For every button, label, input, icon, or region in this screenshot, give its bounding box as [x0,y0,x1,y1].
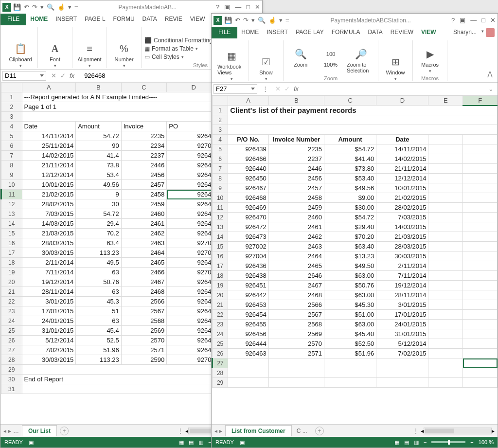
row-header[interactable]: 21 [1,287,22,297]
cell[interactable]: 28/03/2015 [22,238,76,248]
close-icon[interactable]: ✕ [490,17,496,24]
row-header[interactable]: 24 [213,329,228,339]
collapse-ribbon-icon[interactable]: ᐱ [485,68,495,81]
new-sheet-button[interactable]: + [60,427,69,435]
cell[interactable] [228,368,269,378]
help-icon[interactable]: ? [451,17,455,24]
cell[interactable] [268,378,324,388]
cell[interactable]: 2460 [268,213,324,222]
cell[interactable] [376,358,428,368]
view-pagebreak-icon[interactable]: ▥ [414,439,419,446]
cell[interactable]: 52.5 [76,336,122,345]
sheet-nav-prev-icon[interactable]: ◂ [214,428,217,434]
cell[interactable] [268,368,324,378]
row-header[interactable]: 22 [213,310,228,320]
tab-page-layout[interactable]: PAGE L [81,14,109,25]
cell[interactable]: 2468 [268,290,324,300]
sheet-tab-our-list[interactable]: Our List [22,425,57,436]
cell[interactable]: $29.40 [324,222,376,232]
cell[interactable]: 2466 [121,268,167,277]
row-header[interactable]: 25 [1,326,22,336]
cell[interactable]: 2569 [268,329,324,339]
view-normal-icon[interactable]: ▦ [179,439,184,446]
cell[interactable] [463,339,498,349]
col-header[interactable]: B [76,83,122,92]
zoom-out-icon[interactable]: − [424,439,427,445]
save-icon[interactable]: 💾 [13,3,21,11]
row-header[interactable]: 29 [1,365,22,375]
cell[interactable]: 2571 [121,345,167,355]
cell[interactable] [376,378,428,388]
conditional-formatting-button[interactable]: ⬛Conditional Formatting ▾ [144,37,217,44]
cell[interactable] [376,368,428,378]
row-header[interactable]: 4 [1,122,22,131]
row-header[interactable]: 1 [213,106,228,115]
cell[interactable]: 2234 [121,141,167,151]
cell[interactable] [463,300,498,310]
sheet-nav-next-icon[interactable]: ▸ [8,428,11,434]
find-icon[interactable]: 🔍 [47,3,54,11]
cell[interactable]: 12/12/2014 [22,170,76,180]
cell[interactable]: 24/01/2015 [22,316,76,326]
cell[interactable] [463,329,498,339]
row-header[interactable]: 31 [1,384,22,394]
row-header[interactable]: 14 [1,219,22,229]
cell[interactable]: 2568 [268,320,324,329]
cell[interactable]: 19/12/2014 [376,281,428,290]
sheet-tab-c[interactable]: C ... [292,426,312,436]
cell[interactable] [463,164,498,174]
cell[interactable]: 7/02/2015 [376,349,428,358]
cell[interactable]: 7/03/2015 [22,209,76,219]
cell[interactable]: 21/03/2015 [376,232,428,242]
cell[interactable]: 63.4 [76,238,122,248]
cell[interactable]: $45.30 [324,300,376,310]
cell[interactable]: 24/01/2015 [376,320,428,329]
maximize-icon[interactable]: □ [246,3,250,11]
cell[interactable]: 12/12/2014 [376,174,428,183]
cell[interactable]: 2590 [121,355,167,365]
cell[interactable] [428,349,463,358]
cell[interactable] [228,358,269,368]
row-header[interactable]: 7 [1,151,22,161]
cell[interactable]: 2462 [121,229,167,238]
row-header[interactable]: 4 [213,135,228,144]
row-header[interactable]: 11 [213,203,228,213]
qat-more[interactable]: ▾ [251,17,255,24]
cell[interactable]: 14/03/2015 [22,219,76,229]
zoom-100-button[interactable]: 100100% [317,47,345,73]
row-header[interactable]: 27 [1,345,22,355]
cell[interactable]: 2464 [121,248,167,258]
cell[interactable] [228,125,498,135]
cell[interactable]: 17/01/2015 [376,310,428,320]
cell[interactable] [428,378,463,388]
row-header[interactable]: 17 [213,261,228,271]
cell[interactable]: 2464 [268,251,324,261]
cell[interactable]: 9 [76,190,122,199]
cell[interactable] [428,164,463,174]
cell[interactable]: 45.4 [76,326,122,336]
cell[interactable]: 49.5 [76,258,122,268]
row-header[interactable]: 14 [213,232,228,242]
row-header[interactable]: 8 [213,174,228,183]
cell[interactable]: 19/12/2014 [22,277,76,287]
cell[interactable]: 926456 [228,329,269,339]
cell[interactable]: 7/11/2014 [22,268,76,277]
cell[interactable] [463,320,498,329]
cell[interactable]: 2646 [268,271,324,281]
cell[interactable]: $45.40 [324,329,376,339]
cell[interactable]: $50.76 [324,281,376,290]
cell[interactable]: $30.00 [324,203,376,213]
zoom-in-icon[interactable]: + [470,439,473,445]
zoom-selection-button[interactable]: 🔎Zoom to Selection [347,47,375,73]
cell[interactable]: 2468 [121,287,167,297]
view-pagelayout-icon[interactable]: ▤ [404,439,409,446]
row-header[interactable]: 21 [213,300,228,310]
cell[interactable] [428,281,463,290]
name-box[interactable]: D11 [2,71,46,81]
cell[interactable] [463,193,498,203]
tab-home[interactable]: HOME [26,14,52,25]
tab-view[interactable]: VIEW [417,27,440,38]
redo-icon[interactable]: ↷ [243,17,249,24]
cell[interactable]: 2463 [268,242,324,251]
cell[interactable] [463,310,498,320]
